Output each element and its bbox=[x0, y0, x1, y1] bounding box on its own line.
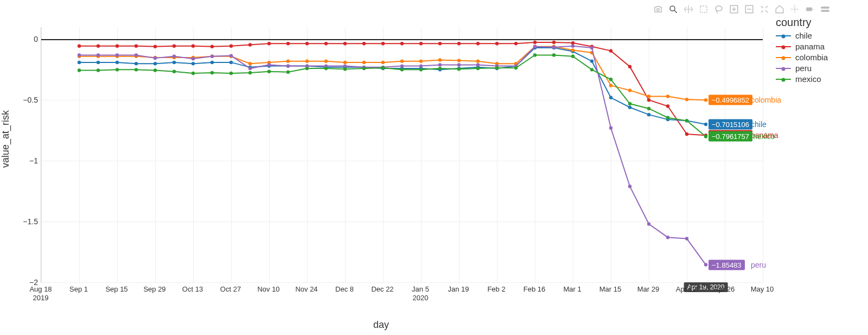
data-point[interactable] bbox=[343, 61, 347, 64]
data-point[interactable] bbox=[381, 61, 385, 64]
data-point[interactable] bbox=[552, 46, 556, 49]
data-point[interactable] bbox=[343, 64, 347, 67]
data-point[interactable] bbox=[647, 98, 650, 102]
data-point[interactable] bbox=[609, 84, 612, 87]
data-point[interactable] bbox=[116, 61, 119, 64]
data-point[interactable] bbox=[628, 106, 631, 109]
data-point[interactable] bbox=[210, 61, 214, 64]
data-point[interactable] bbox=[78, 53, 81, 56]
data-point[interactable] bbox=[381, 66, 385, 69]
series-mexico[interactable] bbox=[79, 55, 706, 136]
data-point[interactable] bbox=[533, 41, 537, 44]
data-point[interactable] bbox=[533, 45, 537, 48]
data-point[interactable] bbox=[571, 55, 575, 58]
hover-closest-icon[interactable] bbox=[805, 4, 815, 14]
data-point[interactable] bbox=[173, 55, 176, 58]
data-point[interactable] bbox=[400, 68, 404, 71]
data-point[interactable] bbox=[514, 66, 518, 69]
data-point[interactable] bbox=[78, 61, 81, 64]
data-point[interactable] bbox=[419, 42, 423, 45]
data-point[interactable] bbox=[590, 59, 593, 62]
data-point[interactable] bbox=[628, 89, 631, 92]
data-point[interactable] bbox=[514, 42, 518, 45]
data-point[interactable] bbox=[476, 67, 480, 70]
data-point[interactable] bbox=[647, 107, 650, 110]
data-point[interactable] bbox=[305, 59, 309, 62]
data-point[interactable] bbox=[666, 236, 669, 239]
data-point[interactable] bbox=[324, 42, 328, 45]
data-point[interactable] bbox=[381, 42, 385, 45]
data-point[interactable] bbox=[154, 45, 157, 48]
data-point[interactable] bbox=[647, 113, 650, 116]
data-point[interactable] bbox=[135, 62, 138, 65]
data-point[interactable] bbox=[135, 68, 138, 71]
data-point[interactable] bbox=[229, 72, 233, 75]
data-point[interactable] bbox=[343, 42, 347, 45]
data-point[interactable] bbox=[685, 132, 688, 136]
box-select-icon[interactable] bbox=[699, 4, 709, 14]
data-point[interactable] bbox=[97, 53, 100, 56]
data-point[interactable] bbox=[704, 98, 707, 102]
data-point[interactable] bbox=[666, 94, 669, 98]
data-point[interactable] bbox=[666, 104, 669, 108]
data-point[interactable] bbox=[324, 59, 328, 62]
legend-item-panama[interactable]: panama bbox=[776, 42, 828, 51]
data-point[interactable] bbox=[666, 116, 669, 119]
data-point[interactable] bbox=[476, 59, 480, 62]
data-point[interactable] bbox=[685, 98, 688, 101]
data-point[interactable] bbox=[116, 44, 119, 47]
data-point[interactable] bbox=[609, 96, 612, 99]
legend-item-mexico[interactable]: mexico bbox=[776, 74, 828, 84]
camera-icon[interactable] bbox=[653, 4, 663, 14]
data-point[interactable] bbox=[192, 62, 195, 65]
data-point[interactable] bbox=[495, 42, 499, 45]
data-point[interactable] bbox=[116, 68, 119, 71]
data-point[interactable] bbox=[495, 66, 499, 69]
data-point[interactable] bbox=[609, 49, 612, 52]
data-point[interactable] bbox=[229, 61, 233, 64]
data-point[interactable] bbox=[248, 67, 252, 70]
data-point[interactable] bbox=[552, 53, 556, 56]
data-point[interactable] bbox=[286, 59, 290, 62]
data-point[interactable] bbox=[229, 44, 233, 47]
data-point[interactable] bbox=[438, 63, 442, 66]
legend-item-chile[interactable]: chile bbox=[776, 31, 828, 40]
data-point[interactable] bbox=[590, 68, 593, 71]
data-point[interactable] bbox=[173, 61, 176, 64]
legend-item-colombia[interactable]: colombia bbox=[776, 53, 828, 62]
data-point[interactable] bbox=[533, 53, 537, 56]
data-point[interactable] bbox=[628, 102, 631, 105]
data-point[interactable] bbox=[438, 67, 442, 70]
data-point[interactable] bbox=[362, 42, 366, 45]
zoom-icon[interactable] bbox=[668, 4, 678, 14]
data-point[interactable] bbox=[609, 127, 612, 130]
data-point[interactable] bbox=[154, 56, 157, 60]
data-point[interactable] bbox=[400, 64, 404, 67]
pan-icon[interactable] bbox=[684, 4, 693, 14]
legend-item-peru[interactable]: peru bbox=[776, 64, 828, 73]
data-point[interactable] bbox=[419, 59, 423, 62]
data-point[interactable] bbox=[267, 69, 271, 73]
data-point[interactable] bbox=[400, 42, 404, 45]
data-point[interactable] bbox=[571, 44, 575, 47]
hover-compare-icon[interactable] bbox=[820, 4, 830, 14]
data-point[interactable] bbox=[609, 78, 612, 81]
data-point[interactable] bbox=[419, 64, 423, 67]
data-point[interactable] bbox=[457, 67, 461, 71]
data-point[interactable] bbox=[590, 46, 593, 49]
data-point[interactable] bbox=[248, 43, 252, 46]
zoom-in-icon[interactable] bbox=[729, 4, 739, 14]
autoscale-icon[interactable] bbox=[760, 4, 769, 14]
data-point[interactable] bbox=[362, 67, 366, 70]
data-point[interactable] bbox=[571, 41, 575, 45]
data-point[interactable] bbox=[685, 119, 688, 122]
data-point[interactable] bbox=[97, 68, 100, 72]
data-point[interactable] bbox=[173, 44, 176, 47]
data-point[interactable] bbox=[248, 62, 252, 65]
data-point[interactable] bbox=[704, 263, 707, 266]
data-point[interactable] bbox=[476, 63, 480, 66]
data-point[interactable] bbox=[286, 71, 290, 74]
data-point[interactable] bbox=[305, 67, 309, 70]
data-point[interactable] bbox=[248, 71, 252, 74]
data-point[interactable] bbox=[78, 68, 81, 72]
